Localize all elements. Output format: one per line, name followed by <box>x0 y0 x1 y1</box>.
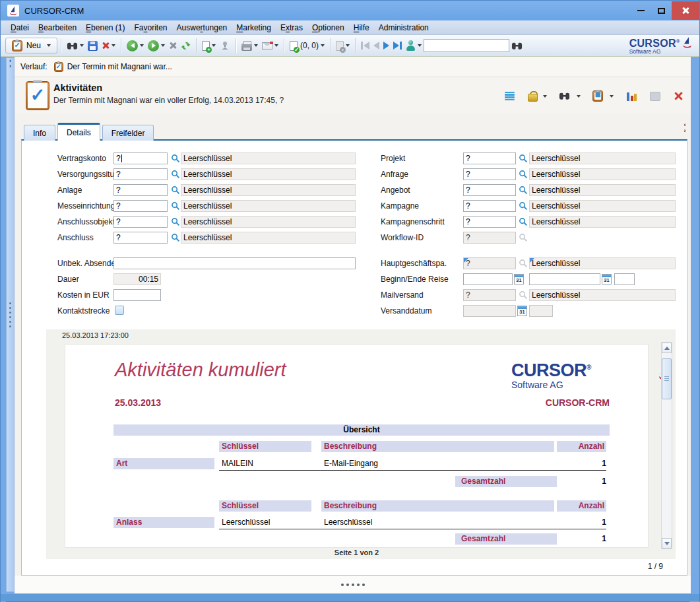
text-input[interactable] <box>113 257 356 269</box>
date-input[interactable] <box>529 273 600 285</box>
nav-first-button[interactable] <box>361 42 369 50</box>
time-input[interactable] <box>614 273 635 285</box>
menu-favoriten[interactable]: Favoriten <box>129 22 172 34</box>
lock-icon[interactable] <box>528 91 536 102</box>
horizontal-splitter[interactable] <box>15 576 691 593</box>
calendar-icon[interactable]: 31 <box>602 274 612 284</box>
lookup-magnifier-icon[interactable] <box>171 185 180 195</box>
cancel-button[interactable] <box>169 42 177 50</box>
lookup-key-input[interactable]: ? <box>463 216 516 228</box>
lookup-key-input[interactable]: ? <box>463 152 516 164</box>
menu-marketing[interactable]: Marketing <box>232 22 276 34</box>
lookup-magnifier-icon[interactable] <box>171 170 180 179</box>
validation-counter: (0, 0) <box>300 41 319 50</box>
maximize-button[interactable] <box>651 1 672 20</box>
date-input[interactable] <box>463 273 513 285</box>
back-button[interactable] <box>127 40 144 51</box>
readonly-field: 00:15 <box>113 273 161 285</box>
lookup-magnifier-icon[interactable] <box>519 185 528 195</box>
email-button[interactable] <box>262 42 278 50</box>
search-button[interactable] <box>67 42 84 50</box>
activity-icon: ✓ <box>54 62 63 72</box>
thumb-grip <box>664 376 669 382</box>
lookup-key-input[interactable]: ? <box>113 184 168 196</box>
scrollbar-thumb[interactable] <box>662 358 672 399</box>
report-key-value: Leerschlüssel <box>222 517 314 529</box>
activity-icon-large: ✓ <box>26 81 49 110</box>
binoculars-icon[interactable] <box>559 92 570 100</box>
menu-administration[interactable]: Administration <box>374 22 433 34</box>
lookup-magnifier-icon[interactable] <box>171 217 180 226</box>
new-button[interactable]: ✓ Neu <box>5 38 57 53</box>
lookup-key-input[interactable]: ? <box>113 200 168 212</box>
checkbox[interactable] <box>115 306 124 315</box>
lookup-magnifier-icon <box>519 259 528 268</box>
lookup-magnifier-icon[interactable] <box>171 154 180 163</box>
close-button[interactable] <box>672 1 699 20</box>
lookup-magnifier-icon[interactable] <box>519 154 528 163</box>
tab-info[interactable]: Info <box>24 125 55 141</box>
text-input[interactable] <box>113 289 161 301</box>
window-controls <box>631 1 699 20</box>
lookup-magnifier-icon[interactable] <box>519 201 528 211</box>
refresh-button[interactable] <box>181 41 191 51</box>
menu-extras[interactable]: Extras <box>276 22 307 34</box>
minimize-button[interactable] <box>631 1 651 20</box>
field-label: Mailversand <box>381 289 424 301</box>
lookup-key-input[interactable]: ? <box>463 168 516 180</box>
lookup-magnifier-icon[interactable] <box>171 233 180 242</box>
user-button[interactable] <box>406 40 422 51</box>
nav-previous-button[interactable] <box>373 42 379 50</box>
lookup-key-input[interactable]: ? <box>463 184 516 196</box>
lookup-magnifier-icon[interactable] <box>171 201 180 211</box>
quick-search-input[interactable] <box>424 39 509 52</box>
export-button[interactable]: › <box>336 41 350 51</box>
tab-details[interactable]: Details <box>57 123 100 141</box>
menu-hilfe[interactable]: Hilfe <box>349 22 374 34</box>
list-menu-icon[interactable] <box>505 92 515 101</box>
forward-button[interactable] <box>148 40 165 51</box>
quick-search-go-button[interactable] <box>511 42 523 50</box>
menu-auswertungen[interactable]: Auswertungen <box>172 22 232 34</box>
calendar-icon[interactable]: 31 <box>517 306 527 316</box>
nav-last-button[interactable] <box>393 42 402 50</box>
clipboard-calendar-icon[interactable]: ▦ <box>592 90 603 102</box>
envelope-icon <box>262 42 272 50</box>
menu-ebenen-1[interactable]: Ebenen (1) <box>81 22 129 34</box>
new-record-button[interactable]: + <box>202 41 216 51</box>
tab-freifelder[interactable]: Freifelder <box>102 125 154 141</box>
nav-next-button[interactable] <box>383 42 389 50</box>
lookup-display-field: Leerschlüssel <box>181 152 356 164</box>
right-window-edge <box>689 57 699 602</box>
scroll-up-button[interactable] <box>662 343 672 353</box>
close-record-icon[interactable] <box>674 91 684 101</box>
chart-icon[interactable] <box>627 91 637 101</box>
report-scrollbar[interactable] <box>661 342 672 549</box>
splitter-grip <box>9 300 11 330</box>
scroll-down-button[interactable] <box>662 538 672 549</box>
sidebar-collapse-strip[interactable]: ‹ › <box>6 57 15 592</box>
delete-button[interactable] <box>102 42 115 50</box>
calendar-icon[interactable]: 31 <box>514 274 524 284</box>
lookup-display-field: Leerschlüssel <box>181 232 356 244</box>
lookup-key-input[interactable]: ? <box>113 152 168 164</box>
history-entry[interactable]: ✓ Der Termin mit Magnani war... <box>54 62 172 72</box>
print-button[interactable] <box>241 41 258 51</box>
save-button[interactable] <box>88 41 98 51</box>
report-count-value: 1 <box>557 517 606 529</box>
report-key-value: MAILEIN <box>222 458 314 470</box>
lookup-key-input[interactable]: ? <box>463 200 516 212</box>
lookup-key-input[interactable]: ? <box>113 232 168 244</box>
validation-button[interactable]: ✓ (0, 0) <box>290 41 325 51</box>
menu-bearbeiten[interactable]: Bearbeiten <box>34 22 81 34</box>
save-icon <box>88 41 98 51</box>
menu-datei[interactable]: Datei <box>6 22 34 34</box>
right-collapse-handle[interactable]: ‹› <box>681 122 689 134</box>
lookup-magnifier-icon[interactable] <box>519 217 528 226</box>
device-button[interactable] <box>220 41 230 50</box>
history-bar: Verlauf: ✓ Der Termin mit Magnani war... <box>15 57 691 77</box>
lookup-key-input[interactable]: ? <box>113 168 168 180</box>
menu-optionen[interactable]: Optionen <box>307 22 349 34</box>
lookup-magnifier-icon[interactable] <box>519 170 528 179</box>
lookup-key-input[interactable]: ? <box>113 216 168 228</box>
